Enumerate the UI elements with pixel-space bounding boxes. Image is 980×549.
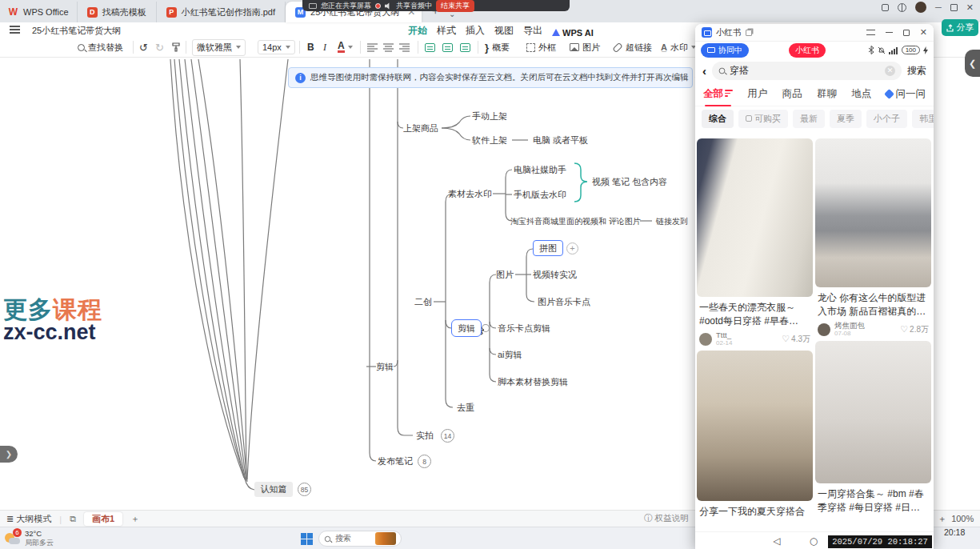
- font-family-select[interactable]: 微软雅黑: [192, 37, 246, 58]
- count-badge[interactable]: 14: [441, 429, 454, 443]
- note-card[interactable]: 一周穿搭合集～ #bm #春季穿搭 #每日穿搭 #日…: [815, 341, 931, 515]
- bold-button[interactable]: B: [307, 37, 314, 58]
- insert-subtopic-button[interactable]: [442, 37, 453, 58]
- note-card[interactable]: 分享一下我的夏天穿搭合: [697, 351, 813, 519]
- phone-menu-icon[interactable]: [866, 30, 875, 35]
- right-panel-handle[interactable]: ❮: [965, 50, 980, 77]
- node-fabu-biji[interactable]: 发布笔记: [378, 455, 413, 467]
- node-shipai[interactable]: 实拍: [416, 430, 434, 441]
- author-name[interactable]: Tttt_: [716, 331, 732, 339]
- tab-goods[interactable]: 商品: [782, 87, 802, 101]
- outline-mode-button[interactable]: ≣ 大纲模式: [6, 513, 51, 525]
- watermark-button[interactable]: A̲水印: [661, 37, 696, 58]
- node-jianji-selected[interactable]: 剪辑: [451, 319, 482, 337]
- globe-icon[interactable]: [898, 3, 906, 12]
- node-erchuang[interactable]: 二创: [414, 296, 432, 307]
- node-tupian-yinyue[interactable]: 图片音乐卡点: [538, 296, 590, 307]
- node-lianjie-fadao[interactable]: 链接发到: [656, 216, 688, 227]
- chip-summer[interactable]: 夏季: [830, 110, 862, 128]
- zoom-controls[interactable]: ＋ 100%: [938, 513, 974, 525]
- share-button[interactable]: 分享: [942, 19, 978, 36]
- note-title[interactable]: 分享一下我的夏天穿搭合: [697, 501, 813, 519]
- search-input[interactable]: 穿搭 ✕: [712, 62, 902, 80]
- find-replace-button[interactable]: 查找替换: [78, 37, 123, 58]
- node-renzhi-pian[interactable]: 认知篇: [254, 482, 293, 497]
- node-shoudong-shangjia[interactable]: 手动上架: [472, 110, 507, 122]
- insert-image-button[interactable]: 图片: [570, 37, 600, 58]
- align-center-button[interactable]: [383, 37, 394, 58]
- note-image[interactable]: [697, 351, 813, 501]
- author-name[interactable]: 烤焦面包: [834, 322, 865, 330]
- note-image[interactable]: [815, 341, 931, 483]
- node-shipin-biji[interactable]: 视频 笔记 包含内容: [592, 176, 667, 187]
- italic-button[interactable]: I: [323, 37, 326, 58]
- phone-window-titlebar[interactable]: 小红书 ✕: [695, 24, 934, 42]
- undo-button[interactable]: ↺: [139, 37, 148, 58]
- close-button[interactable]: ✕: [966, 2, 974, 13]
- taskbar-search[interactable]: 搜索: [318, 531, 402, 547]
- avatar[interactable]: [699, 333, 712, 346]
- insert-relation-button[interactable]: [460, 37, 470, 58]
- chip-comprehensive[interactable]: 综合: [702, 110, 734, 128]
- phone-minimize-icon[interactable]: [886, 32, 893, 33]
- note-image[interactable]: [697, 138, 813, 297]
- count-badge[interactable]: 8: [418, 455, 431, 468]
- node-sucai-qushuiyin[interactable]: 素材去水印: [448, 188, 492, 199]
- node-diannao-pingban[interactable]: 电脑 或者平板: [533, 134, 588, 146]
- node-shoujiban[interactable]: 手机版去水印: [514, 189, 566, 200]
- back-chevron-icon[interactable]: ‹: [702, 64, 706, 78]
- start-button[interactable]: [301, 533, 313, 545]
- multi-window-icon[interactable]: [746, 30, 752, 36]
- tab-ask[interactable]: 问一问: [886, 87, 926, 101]
- font-size-select[interactable]: 14px: [258, 37, 295, 58]
- android-home-button[interactable]: ○: [810, 535, 818, 547]
- left-panel-handle[interactable]: ❯: [0, 446, 18, 463]
- rights-info[interactable]: ⓘ 权益说明: [644, 513, 688, 524]
- extensions-icon[interactable]: [882, 4, 889, 11]
- tab-wps-office[interactable]: W WPS Office: [0, 2, 78, 22]
- search-submit-button[interactable]: 搜索: [907, 64, 926, 78]
- add-child-button[interactable]: +: [566, 242, 578, 254]
- note-image[interactable]: [815, 138, 931, 287]
- canvas-tab[interactable]: 画布1: [84, 512, 122, 526]
- node-pintu[interactable]: 拼图: [533, 240, 563, 256]
- node-ruanjian-shangjia[interactable]: 软件上架: [472, 134, 507, 146]
- collab-pill[interactable]: 协同中: [701, 43, 749, 58]
- node-shangjia-shangpin[interactable]: 上架商品: [403, 122, 438, 134]
- redo-button[interactable]: ↻: [155, 37, 164, 58]
- note-card[interactable]: 龙心 你有这么牛的版型进入市场 新品百褶裙真的… 烤焦面包07-08 ♡2.8万: [815, 138, 931, 337]
- phone-maximize-icon[interactable]: [903, 30, 910, 36]
- weather-widget[interactable]: 6 32°C局部多云: [5, 529, 54, 547]
- minimize-button[interactable]: ─: [935, 2, 942, 12]
- note-card[interactable]: 一些春天的漂亮衣服～ #ootd每日穿搭 #早春… Tttt_02-14 ♡4.…: [697, 138, 813, 347]
- like-count[interactable]: ♡4.3万: [782, 334, 810, 345]
- clear-search-icon[interactable]: ✕: [885, 66, 895, 76]
- hamburger-menu-icon[interactable]: [10, 26, 20, 34]
- note-title[interactable]: 龙心 你有这么牛的版型进入市场 新品百褶裙真的…: [815, 287, 931, 319]
- chip-purchasable[interactable]: 可购买: [738, 110, 788, 128]
- layers-icon[interactable]: ⧉: [70, 514, 76, 524]
- chip-petite[interactable]: 小个子: [866, 110, 907, 128]
- tab-pdf-guide[interactable]: P 小红书笔记创作指南.pdf: [157, 2, 286, 22]
- avatar[interactable]: [915, 2, 926, 13]
- avatar[interactable]: [818, 323, 830, 336]
- outer-frame-button[interactable]: 外框: [526, 37, 556, 58]
- note-title[interactable]: 一周穿搭合集～ #bm #春季穿搭 #每日穿搭 #日…: [815, 483, 931, 515]
- summary-button[interactable]: }概要: [485, 37, 510, 58]
- node-quzhong[interactable]: 去重: [457, 402, 474, 413]
- tab-groups[interactable]: 群聊: [817, 87, 837, 101]
- add-canvas-button[interactable]: ＋: [130, 513, 139, 525]
- align-left-button[interactable]: [367, 37, 378, 58]
- tab-template[interactable]: D 找稿壳模板: [78, 2, 157, 22]
- align-right-button[interactable]: [399, 37, 410, 58]
- stop-share-button[interactable]: 结束共享: [436, 0, 474, 12]
- chip-korean-style[interactable]: 韩里韩气: [912, 110, 934, 128]
- count-badge[interactable]: 85: [298, 483, 311, 496]
- node-shipin-shikuang[interactable]: 视频转实况: [533, 269, 577, 280]
- font-color-button[interactable]: A: [338, 37, 353, 58]
- phone-close-icon[interactable]: ✕: [920, 27, 927, 38]
- node-taobao-douyin[interactable]: 淘宝抖音商城里面的视频和 评论图片: [510, 216, 641, 227]
- node-yinyue-kadian[interactable]: 音乐卡点剪辑: [498, 323, 550, 334]
- android-back-button[interactable]: ◁: [773, 535, 780, 547]
- tab-places[interactable]: 地点: [851, 87, 871, 101]
